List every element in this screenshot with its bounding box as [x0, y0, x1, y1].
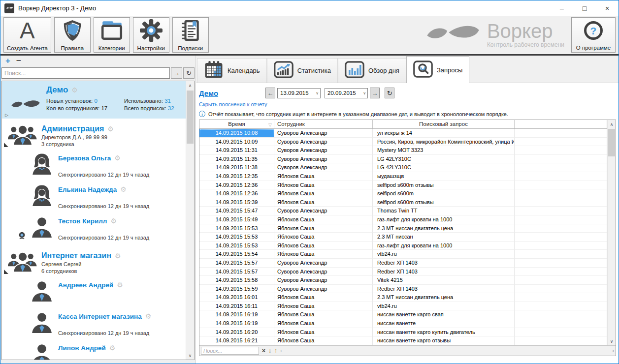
scroll-down-icon[interactable]: ∨ [608, 337, 616, 345]
report-refresh-button[interactable]: ↻ [385, 88, 394, 98]
toolbar-button-2[interactable]: Правила [54, 17, 91, 53]
cell-employee[interactable]: Суворов Александр [274, 138, 373, 147]
employee-item[interactable]: Березова Ольга⚙Синхронизировано 12 дн 19… [2, 151, 186, 182]
tab-Статистика[interactable]: Статистика [267, 58, 338, 83]
table-row[interactable]: 14.09.2015 16:20Яблоков Сашаниссан ванет… [199, 328, 607, 337]
table-row[interactable]: 14.09.2015 15:47Суворов АлександрThomas … [199, 207, 607, 215]
employee-item[interactable]: Андреев Андрей⚙ [2, 278, 186, 309]
cell-query[interactable]: vtb24.ru [373, 250, 515, 259]
employee-settings-gear-icon[interactable]: ⚙ [114, 154, 121, 162]
table-row[interactable]: 14.09.2015 15:57Суворов АлександрRedber … [199, 259, 607, 268]
cell-employee[interactable]: Яблоков Саша [274, 189, 373, 198]
cell-employee[interactable]: Суворов Александр [274, 276, 373, 285]
cell-employee[interactable]: Суворов Александр [274, 146, 373, 155]
employee-name[interactable]: Андреев Андрей [58, 281, 113, 289]
table-row[interactable]: 14.09.2015 11:31Суворов АлександрMystery… [199, 146, 607, 155]
cell-query[interactable]: Mystery MOT 3323 [373, 146, 515, 155]
cell-query[interactable]: газ-лифт для кровати на 1000 [373, 242, 515, 250]
toolbar-button-4[interactable]: Настройки [133, 17, 169, 53]
cell-time[interactable]: 14.09.2015 10:09 [199, 138, 274, 147]
cell-time[interactable]: 14.09.2015 12:36 [199, 181, 274, 190]
scroll-left-icon[interactable]: ‹ [280, 347, 282, 354]
close-button[interactable]: × [596, 0, 619, 16]
table-row[interactable]: 14.09.2015 11:38Суворов АлександрLG 42LY… [199, 163, 607, 172]
cell-employee[interactable]: Яблоков Саша [274, 224, 373, 233]
collapse-triangle-icon[interactable] [4, 270, 8, 274]
cell-time[interactable]: 14.09.2015 16:19 [199, 310, 274, 319]
remove-button[interactable]: − [16, 58, 21, 64]
table-row[interactable]: 14.09.2015 16:01Яблоков Саша2.3 МТ нисса… [199, 293, 607, 302]
cell-time[interactable]: 14.09.2015 15:53 [199, 242, 274, 250]
table-scrollbar[interactable]: ∧ ∨ [607, 120, 616, 345]
collapse-triangle-icon[interactable] [4, 143, 8, 147]
date-to-select[interactable]: 20.09.2015 ∨ [325, 88, 368, 98]
cell-query[interactable]: ниссан ванетте карго отзывы [373, 336, 515, 345]
cell-time[interactable]: 14.09.2015 12:35 [199, 172, 274, 181]
employee-name[interactable]: Тестов Кирилл [58, 217, 107, 225]
cell-employee[interactable]: Яблоков Саша [274, 242, 373, 250]
cell-employee[interactable]: Суворов Александр [274, 129, 373, 138]
column-header-employee[interactable]: Сотрудник [274, 120, 373, 128]
employee-name[interactable]: Касса Интернет магазина [58, 313, 142, 320]
scroll-right-icon[interactable]: › [612, 347, 614, 354]
table-row[interactable]: 14.09.2015 15:58Суворов АлександрVitek 4… [199, 276, 607, 285]
cell-time[interactable]: 14.09.2015 15:59 [199, 285, 274, 294]
cell-time[interactable]: 14.09.2015 15:53 [199, 224, 274, 233]
scrollbar-thumb[interactable] [187, 91, 194, 144]
cell-time[interactable]: 14.09.2015 11:31 [199, 146, 274, 155]
cell-employee[interactable]: Яблоков Саша [274, 215, 373, 224]
maximize-button[interactable]: □ [573, 0, 596, 16]
cell-time[interactable]: 14.09.2015 16:20 [199, 328, 274, 337]
cell-employee[interactable]: Яблоков Саша [274, 181, 373, 190]
cell-query[interactable]: 2.3 МТ ниссан двигатель цена [373, 224, 515, 233]
table-row[interactable]: 14.09.2015 16:11Яблоков Сашаvtb24.ru [199, 302, 607, 311]
sidebar-search-input[interactable] [1, 67, 170, 79]
table-row[interactable]: 14.09.2015 11:35Суворов АлександрLG 42LY… [199, 155, 607, 164]
cell-time[interactable]: 14.09.2015 15:47 [199, 207, 274, 215]
table-row[interactable]: 14.09.2015 15:54Яблоков Сашаvtb24.ru [199, 250, 607, 259]
cell-employee[interactable]: Яблоков Саша [274, 302, 373, 311]
cell-query[interactable]: selfipod s600m [373, 189, 515, 198]
table-row[interactable]: 14.09.2015 15:49Яблоков Сашагаз-лифт для… [199, 215, 607, 224]
cell-query[interactable]: Vitek 4215 [373, 276, 515, 285]
next-period-button[interactable]: → [370, 88, 380, 98]
cell-query[interactable]: vtb24.ru [373, 302, 515, 311]
cell-time[interactable]: 14.09.2015 16:11 [199, 302, 274, 311]
table-row[interactable]: 14.09.2015 15:57Суворов АлександрRedber … [199, 268, 607, 276]
cell-time[interactable]: 14.09.2015 12:36 [199, 189, 274, 198]
cell-employee[interactable]: Яблоков Саша [274, 172, 373, 181]
cell-time[interactable]: 14.09.2015 15:49 [199, 215, 274, 224]
cell-employee[interactable]: Яблоков Саша [274, 293, 373, 302]
clear-find-icon[interactable]: × [262, 347, 265, 354]
group-settings-gear-icon[interactable]: ⚙ [107, 125, 114, 133]
employee-name[interactable]: Елькина Надежда [58, 186, 117, 193]
table-find-input[interactable] [201, 347, 259, 355]
cell-employee[interactable]: Суворов Александр [274, 155, 373, 164]
cell-employee[interactable]: Яблоков Саша [274, 233, 373, 242]
toolbar-button-5[interactable]: Подписки [172, 17, 209, 53]
group-name[interactable]: Администрация [41, 124, 104, 133]
employee-name[interactable]: Березова Ольга [58, 154, 111, 162]
cell-query[interactable]: LG 42LY310C [373, 163, 515, 172]
cell-employee[interactable]: Яблоков Саша [274, 319, 373, 328]
server-link[interactable]: Демо [199, 89, 218, 97]
table-row[interactable]: 14.09.2015 12:36Яблоков Сашаselfipod s60… [199, 189, 607, 198]
cell-employee[interactable]: Суворов Александр [274, 268, 373, 276]
cell-query[interactable]: Redber ХП 1403 [373, 285, 515, 294]
tab-Обзор дня[interactable]: Обзор дня [338, 58, 406, 83]
employee-settings-gear-icon[interactable]: ⚙ [145, 312, 152, 320]
sidebar-refresh-button[interactable]: ↻ [183, 67, 195, 79]
cell-employee[interactable]: Суворов Александр [274, 207, 373, 215]
cell-query[interactable]: 2.3 МТ ниссан [373, 233, 515, 242]
about-button[interactable]: ? О программе [571, 17, 616, 53]
table-row[interactable]: 14.09.2015 16:21Яблоков Сашаниссан ванет… [199, 336, 607, 345]
expander-icon[interactable]: ▷ [5, 113, 8, 118]
employee-item[interactable]: Липов Андрей⚙ [2, 341, 186, 360]
scroll-up-icon[interactable]: ∧ [608, 120, 616, 128]
cell-query[interactable]: Redber ХП 1403 [373, 268, 515, 276]
sidebar-scrollbar[interactable]: ∧ ∨ [186, 81, 194, 360]
minimize-button[interactable]: – [551, 0, 573, 16]
column-header-time[interactable]: Время▽ [199, 120, 274, 128]
cell-query[interactable]: 2.3 МТ ниссан двигатель цена [373, 293, 515, 302]
table-row[interactable]: 14.09.2015 15:53Яблоков Саша2.3 МТ нисса… [199, 224, 607, 233]
